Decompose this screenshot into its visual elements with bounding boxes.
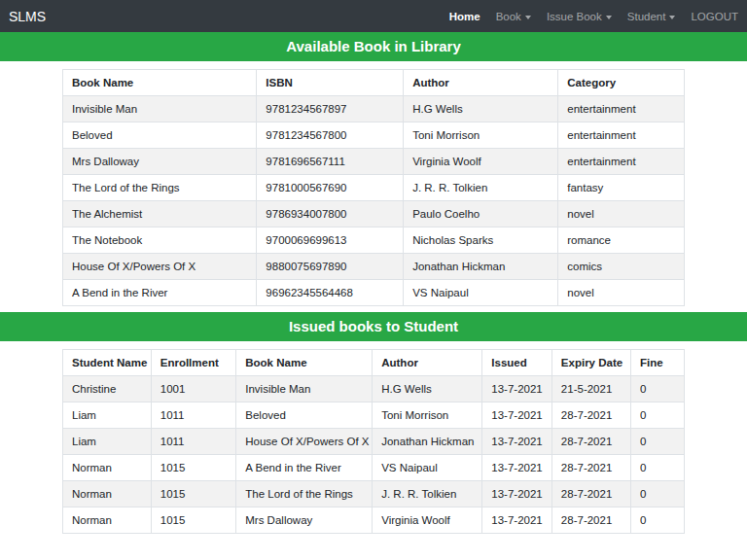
- table-cell: 1011: [151, 429, 236, 455]
- table-cell: House Of X/Powers Of X: [236, 429, 373, 455]
- chevron-down-icon: [669, 16, 675, 19]
- table-cell: 0: [631, 508, 685, 534]
- available-books-banner: Available Book in Library: [0, 32, 747, 61]
- table-cell: Virginia Woolf: [373, 508, 482, 534]
- table-row: House Of X/Powers Of X9880075697890Jonat…: [63, 254, 685, 280]
- header-row: Student NameEnrollmentBook NameAuthorIss…: [63, 350, 685, 376]
- table-cell: entertainment: [558, 96, 685, 122]
- table-row: Norman1015A Bend in the RiverVS Naipaul1…: [63, 455, 685, 481]
- table-cell: 13-7-2021: [482, 481, 552, 508]
- chevron-down-icon: [525, 16, 531, 19]
- table-cell: Norman: [63, 508, 152, 534]
- table-cell: The Lord of the Rings: [63, 175, 257, 201]
- table-cell: 13-7-2021: [482, 402, 552, 429]
- table-row: Liam1011House Of X/Powers Of XJonathan H…: [63, 429, 685, 455]
- table-cell: H.G Wells: [373, 376, 482, 402]
- issued-books-section: Student NameEnrollmentBook NameAuthorIss…: [62, 349, 685, 534]
- table-cell: comics: [558, 254, 685, 280]
- table-row: The Notebook9700069699613Nicholas Sparks…: [63, 228, 685, 254]
- column-header: Fine: [631, 350, 685, 376]
- table-cell: Virginia Woolf: [404, 149, 558, 175]
- table-cell: 9781234567897: [257, 96, 404, 122]
- table-cell: fantasy: [558, 175, 685, 201]
- nav-item-home[interactable]: Home: [449, 11, 480, 22]
- column-header: Enrollment: [151, 350, 236, 376]
- table-cell: Mrs Dalloway: [63, 149, 257, 175]
- column-header: Issued: [482, 350, 552, 376]
- table-cell: Jonathan Hickman: [404, 254, 558, 280]
- column-header: Author: [373, 350, 482, 376]
- table-cell: romance: [558, 228, 685, 254]
- table-row: The Alchemist9786934007800Paulo Coelhono…: [63, 201, 685, 228]
- available-books-section: Book NameISBNAuthorCategoryInvisible Man…: [62, 69, 685, 306]
- table-cell: 0: [631, 481, 685, 508]
- nav-item-issue-book[interactable]: Issue Book: [547, 11, 612, 22]
- column-header: Book Name: [236, 350, 373, 376]
- table-cell: 13-7-2021: [482, 429, 552, 455]
- nav-item-logout[interactable]: LOGOUT: [691, 11, 738, 22]
- table-cell: Nicholas Sparks: [404, 228, 558, 254]
- table-cell: 28-7-2021: [551, 429, 630, 455]
- table-cell: A Bend in the River: [63, 280, 257, 306]
- table-cell: VS Naipaul: [373, 455, 482, 481]
- table-cell: H.G Wells: [404, 96, 558, 122]
- table-cell: The Notebook: [63, 228, 257, 254]
- table-cell: Invisible Man: [63, 96, 257, 122]
- table-cell: J. R. R. Tolkien: [373, 481, 482, 508]
- table-row: The Lord of the Rings9781000567690J. R. …: [63, 175, 685, 201]
- table-cell: 9781000567690: [257, 175, 404, 201]
- table-cell: Liam: [63, 429, 152, 455]
- table-row: Norman1015The Lord of the RingsJ. R. R. …: [63, 481, 685, 508]
- chevron-down-icon: [606, 16, 612, 19]
- table-cell: 13-7-2021: [482, 376, 552, 402]
- table-cell: Norman: [63, 481, 152, 508]
- nav-item-issue-book-label: Issue Book: [547, 11, 602, 22]
- table-row: Christine1001Invisible ManH.G Wells13-7-…: [63, 376, 685, 402]
- table-cell: 0: [631, 376, 685, 402]
- table-cell: 13-7-2021: [482, 455, 552, 481]
- table-cell: Invisible Man: [236, 376, 373, 402]
- table-cell: entertainment: [558, 122, 685, 149]
- table-cell: 1015: [151, 481, 236, 508]
- table-cell: 13-7-2021: [482, 508, 552, 534]
- table-cell: 1015: [151, 455, 236, 481]
- table-cell: Jonathan Hickman: [373, 429, 482, 455]
- table-cell: Beloved: [236, 402, 373, 429]
- table-cell: Liam: [63, 402, 152, 429]
- table-row: Mrs Dalloway9781696567111Virginia Woolfe…: [63, 149, 685, 175]
- table-cell: 21-5-2021: [551, 376, 630, 402]
- header-row: Book NameISBNAuthorCategory: [63, 70, 685, 96]
- table-cell: Norman: [63, 455, 152, 481]
- navbar-brand[interactable]: SLMS: [9, 9, 46, 24]
- nav-item-logout-label: LOGOUT: [691, 11, 738, 22]
- table-cell: 9880075697890: [257, 254, 404, 280]
- nav-item-book[interactable]: Book: [496, 11, 531, 22]
- nav-item-student[interactable]: Student: [627, 11, 676, 22]
- column-header: Expiry Date: [551, 350, 630, 376]
- table-row: Invisible Man9781234567897H.G Wellsenter…: [63, 96, 685, 122]
- table-cell: 9781696567111: [257, 149, 404, 175]
- table-row: Beloved9781234567800Toni Morrisonenterta…: [63, 122, 685, 149]
- column-header: Student Name: [63, 350, 152, 376]
- issued-books-title: Issued books to Student: [289, 318, 458, 334]
- nav-item-book-label: Book: [496, 11, 521, 22]
- column-header: Book Name: [63, 70, 257, 96]
- table-cell: 1011: [151, 402, 236, 429]
- table-cell: Paulo Coelho: [404, 201, 558, 228]
- column-header: Category: [558, 70, 685, 96]
- table-row: Liam1011BelovedToni Morrison13-7-202128-…: [63, 402, 685, 429]
- column-header: Author: [404, 70, 558, 96]
- nav-item-home-label: Home: [449, 11, 480, 22]
- table-cell: novel: [558, 201, 685, 228]
- table-cell: 28-7-2021: [551, 455, 630, 481]
- table-cell: 0: [631, 429, 685, 455]
- table-cell: The Lord of the Rings: [236, 481, 373, 508]
- table-cell: 1001: [151, 376, 236, 402]
- table-cell: House Of X/Powers Of X: [63, 254, 257, 280]
- table-cell: Toni Morrison: [404, 122, 558, 149]
- table-cell: 1015: [151, 508, 236, 534]
- table-cell: A Bend in the River: [236, 455, 373, 481]
- table-cell: 0: [631, 455, 685, 481]
- table-cell: 96962345564468: [257, 280, 404, 306]
- table-cell: 28-7-2021: [551, 508, 630, 534]
